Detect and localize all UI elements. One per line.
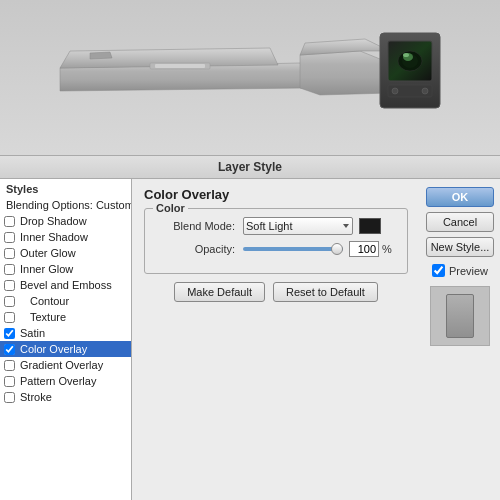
section-title: Color Overlay bbox=[144, 187, 408, 202]
color-swatch[interactable] bbox=[359, 218, 381, 234]
style-item-6[interactable]: Contour bbox=[0, 293, 131, 309]
default-buttons-row: Make Default Reset to Default bbox=[144, 282, 408, 302]
style-label-7: Texture bbox=[30, 311, 66, 323]
opacity-input[interactable] bbox=[349, 241, 379, 257]
style-label-4: Inner Glow bbox=[20, 263, 73, 275]
style-label-9: Color Overlay bbox=[20, 343, 87, 355]
style-item-2[interactable]: Inner Shadow bbox=[0, 229, 131, 245]
make-default-button[interactable]: Make Default bbox=[174, 282, 265, 302]
style-label-1: Drop Shadow bbox=[20, 215, 87, 227]
style-label-12: Stroke bbox=[20, 391, 52, 403]
styles-panel-header: Styles bbox=[0, 179, 131, 197]
group-label: Color bbox=[153, 202, 188, 214]
style-item-10[interactable]: Gradient Overlay bbox=[0, 357, 131, 373]
styles-panel: Styles Blending Options: CustomDrop Shad… bbox=[0, 179, 132, 500]
cancel-button[interactable]: Cancel bbox=[426, 212, 494, 232]
style-item-4[interactable]: Inner Glow bbox=[0, 261, 131, 277]
style-checkbox-3[interactable] bbox=[4, 248, 15, 259]
style-label-2: Inner Shadow bbox=[20, 231, 88, 243]
style-label-0: Blending Options: Custom bbox=[6, 199, 132, 211]
style-label-3: Outer Glow bbox=[20, 247, 76, 259]
svg-point-7 bbox=[403, 53, 409, 57]
style-item-11[interactable]: Pattern Overlay bbox=[0, 373, 131, 389]
dialog-body: Styles Blending Options: CustomDrop Shad… bbox=[0, 179, 500, 500]
svg-point-10 bbox=[422, 88, 428, 94]
style-label-5: Bevel and Emboss bbox=[20, 279, 112, 291]
percent-label: % bbox=[382, 243, 392, 255]
style-checkbox-7[interactable] bbox=[4, 312, 15, 323]
style-label-6: Contour bbox=[30, 295, 69, 307]
style-checkbox-10[interactable] bbox=[4, 360, 15, 371]
preview-thumbnail bbox=[430, 286, 490, 346]
opacity-slider[interactable] bbox=[243, 247, 343, 251]
preview-checkbox[interactable] bbox=[432, 264, 445, 277]
style-checkbox-6[interactable] bbox=[4, 296, 15, 307]
style-label-8: Satin bbox=[20, 327, 45, 339]
preview-thumb-inner bbox=[446, 294, 474, 338]
style-item-3[interactable]: Outer Glow bbox=[0, 245, 131, 261]
style-checkbox-1[interactable] bbox=[4, 216, 15, 227]
blend-mode-select[interactable]: Soft Light Normal Multiply Screen Overla… bbox=[243, 217, 353, 235]
main-content: Color Overlay Color Blend Mode: Soft Lig… bbox=[132, 179, 420, 500]
style-checkbox-12[interactable] bbox=[4, 392, 15, 403]
opacity-row: Opacity: % bbox=[155, 241, 397, 257]
color-group: Color Blend Mode: Soft Light Normal Mult… bbox=[144, 208, 408, 274]
style-checkbox-4[interactable] bbox=[4, 264, 15, 275]
style-checkbox-9[interactable] bbox=[4, 344, 15, 355]
style-checkbox-11[interactable] bbox=[4, 376, 15, 387]
style-checkbox-2[interactable] bbox=[4, 232, 15, 243]
reset-default-button[interactable]: Reset to Default bbox=[273, 282, 378, 302]
style-item-9[interactable]: Color Overlay bbox=[0, 341, 131, 357]
style-label-11: Pattern Overlay bbox=[20, 375, 96, 387]
preview-row: Preview bbox=[432, 264, 488, 277]
dialog-title: Layer Style bbox=[0, 156, 500, 179]
style-item-7[interactable]: Texture bbox=[0, 309, 131, 325]
svg-rect-1 bbox=[155, 64, 205, 68]
style-item-12[interactable]: Stroke bbox=[0, 389, 131, 405]
preview-label: Preview bbox=[449, 265, 488, 277]
style-checkbox-5[interactable] bbox=[4, 280, 15, 291]
style-item-5[interactable]: Bevel and Emboss bbox=[0, 277, 131, 293]
blend-mode-row: Blend Mode: Soft Light Normal Multiply S… bbox=[155, 217, 397, 235]
style-item-1[interactable]: Drop Shadow bbox=[0, 213, 131, 229]
style-item-8[interactable]: Satin bbox=[0, 325, 131, 341]
style-item-0[interactable]: Blending Options: Custom bbox=[0, 197, 131, 213]
opacity-label: Opacity: bbox=[155, 243, 235, 255]
svg-point-9 bbox=[392, 88, 398, 94]
new-style-button[interactable]: New Style... bbox=[426, 237, 494, 257]
right-panel: OK Cancel New Style... Preview bbox=[420, 179, 500, 500]
image-area bbox=[0, 0, 500, 155]
layer-style-dialog: Layer Style Styles Blending Options: Cus… bbox=[0, 155, 500, 500]
camera-part-svg bbox=[50, 13, 450, 143]
style-label-10: Gradient Overlay bbox=[20, 359, 103, 371]
blend-mode-select-wrapper[interactable]: Soft Light Normal Multiply Screen Overla… bbox=[243, 217, 353, 235]
blend-mode-label: Blend Mode: bbox=[155, 220, 235, 232]
ok-button[interactable]: OK bbox=[426, 187, 494, 207]
styles-list: Blending Options: CustomDrop ShadowInner… bbox=[0, 197, 131, 405]
style-checkbox-8[interactable] bbox=[4, 328, 15, 339]
